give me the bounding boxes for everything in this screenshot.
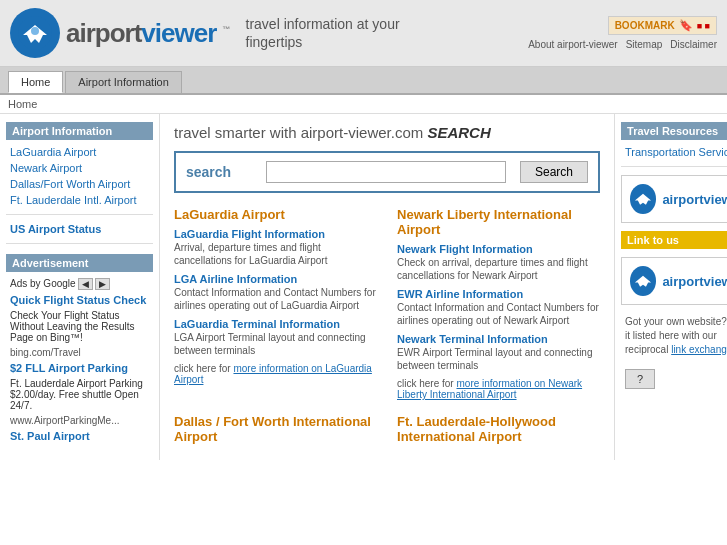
right-logo-icon: [630, 184, 656, 214]
link-exchange-button[interactable]: ?: [625, 369, 655, 389]
nav-links: About airport-viewer Sitemap Disclaimer: [528, 39, 717, 50]
tab-airport-info[interactable]: Airport Information: [65, 71, 181, 93]
airport-ftlaud: Ft. Lauderdale-Hollywood International A…: [397, 414, 600, 450]
google-text: Ads by Google: [10, 278, 76, 289]
bookmark-bar[interactable]: BOOKMARK 🔖 ■ ■: [608, 16, 717, 35]
newark-more-info: click here for more information on Newar…: [397, 378, 600, 400]
ad-fll-parking-url: www.AirportParkingMe...: [6, 413, 153, 428]
laguardia-terminal-info-link[interactable]: LaGuardia Terminal Information: [174, 318, 377, 330]
tab-home[interactable]: Home: [8, 71, 63, 93]
newark-flight-info-desc: Check on arrival, departure times and fl…: [397, 256, 600, 282]
tagline: travel information at your fingertips: [246, 15, 400, 51]
logo-icon: [10, 8, 60, 58]
google-arrows[interactable]: ◀ ▶: [78, 278, 110, 290]
ad-quick-flight-desc: Check Your Flight Status Without Leaving…: [6, 308, 153, 345]
airport-info-section-title: Airport Information: [6, 122, 153, 140]
newark-terminal-info-link[interactable]: Newark Terminal Information: [397, 333, 600, 345]
sitemap-link[interactable]: Sitemap: [626, 39, 663, 50]
ad-fll-parking-desc: Ft. Lauderdale Airport Parking $2.00/day…: [6, 376, 153, 413]
newark-flight-info-link[interactable]: Newark Flight Information: [397, 243, 600, 255]
newark-title: Newark Liberty International Airport: [397, 207, 600, 237]
header-right: BOOKMARK 🔖 ■ ■ About airport-viewer Site…: [528, 16, 717, 50]
about-link[interactable]: About airport-viewer: [528, 39, 617, 50]
laguardia-title: LaGuardia Airport: [174, 207, 377, 222]
sidebar-newark[interactable]: Newark Airport: [6, 160, 153, 176]
airport-dfw: Dallas / Fort Worth International Airpor…: [174, 414, 377, 450]
sidebar-laguardia[interactable]: LaGuardia Airport: [6, 144, 153, 160]
ftlaud-title: Ft. Lauderdale-Hollywood International A…: [397, 414, 600, 444]
transportation-services-link[interactable]: Transportation Services: [621, 144, 727, 160]
laguardia-flight-info-desc: Arrival, departure times and flight canc…: [174, 241, 377, 267]
right-separator-1: [621, 166, 727, 167]
search-input[interactable]: [266, 161, 506, 183]
laguardia-flight-info-link[interactable]: LaGuardia Flight Information: [174, 228, 377, 240]
ewr-airline-info-link[interactable]: EWR Airline Information: [397, 288, 600, 300]
sidebar-separator-1: [6, 214, 153, 215]
newark-terminal-info-desc: EWR Airport Terminal layout and connecti…: [397, 346, 600, 372]
header: airportviewer ™ travel information at yo…: [0, 0, 727, 67]
right-plane-icon: [632, 188, 654, 210]
disclaimer-link[interactable]: Disclaimer: [670, 39, 717, 50]
search-header: travel smarter with airport-viewer.com S…: [174, 124, 600, 141]
right-logo-text: airportviewer: [662, 192, 727, 207]
search-label: search: [186, 164, 256, 180]
logo-area: airportviewer ™ travel information at yo…: [10, 8, 400, 58]
link-us-widget: ?: [621, 367, 727, 391]
lga-airline-info-link[interactable]: LGA Airline Information: [174, 273, 377, 285]
ad-section: Advertisement Ads by Google ◀ ▶ Quick Fl…: [6, 254, 153, 442]
link-us-description: Got your own website? Get it listed here…: [621, 313, 727, 359]
main-content: travel smarter with airport-viewer.com S…: [160, 114, 614, 460]
main-layout: Airport Information LaGuardia Airport Ne…: [0, 114, 727, 460]
dfw-title: Dallas / Fort Worth International Airpor…: [174, 414, 377, 444]
ewr-airline-info-desc: Contact Information and Contact Numbers …: [397, 301, 600, 327]
link-us-plane-icon: [632, 270, 654, 292]
tabs: Home Airport Information: [0, 67, 727, 95]
ad-quick-flight-url: bing.com/Travel: [6, 345, 153, 360]
arrow-left[interactable]: ◀: [78, 278, 93, 290]
bookmark-label: BOOKMARK: [615, 20, 675, 31]
arrow-right[interactable]: ▶: [95, 278, 110, 290]
lga-airline-info-desc: Contact Information and Contact Numbers …: [174, 286, 377, 312]
sidebar-dfw[interactable]: Dallas/Fort Worth Airport: [6, 176, 153, 192]
plane-icon: [17, 15, 53, 51]
sidebar-us-status[interactable]: US Airport Status: [6, 221, 153, 237]
logo-text-area: airportviewer ™: [66, 18, 230, 49]
bookmark-icon: 🔖: [679, 19, 693, 32]
search-button[interactable]: Search: [520, 161, 588, 183]
ad-section-title: Advertisement: [6, 254, 153, 272]
laguardia-terminal-info-desc: LGA Airport Terminal layout and connecti…: [174, 331, 377, 357]
link-us-logo-text: airportviewer: [662, 274, 727, 289]
ad-quick-flight[interactable]: Quick Flight Status Check: [10, 294, 149, 306]
link-exchange-link[interactable]: link exchange.: [671, 344, 727, 355]
link-us-logo-icon: [630, 266, 656, 296]
ad-st-paul[interactable]: St. Paul Airport: [10, 430, 149, 442]
svg-point-1: [31, 27, 39, 35]
search-box: search Search: [174, 151, 600, 193]
logo-text: airportviewer ™: [66, 18, 230, 48]
airport-laguardia: LaGuardia Airport LaGuardia Flight Infor…: [174, 207, 377, 400]
link-to-us-title: Link to us: [621, 231, 727, 249]
right-sidebar: Travel Resources Transportation Services…: [614, 114, 727, 460]
travel-resources-title: Travel Resources: [621, 122, 727, 140]
breadcrumb: Home: [0, 95, 727, 114]
right-logo-box: airportviewer: [621, 175, 727, 223]
airport-newark: Newark Liberty International Airport New…: [397, 207, 600, 400]
sidebar-separator-2: [6, 243, 153, 244]
left-sidebar: Airport Information LaGuardia Airport Ne…: [0, 114, 160, 460]
laguardia-more-info: click here for more information on LaGua…: [174, 363, 377, 385]
airports-grid: LaGuardia Airport LaGuardia Flight Infor…: [174, 207, 600, 450]
ad-fll-parking[interactable]: $2 FLL Airport Parking: [10, 362, 149, 374]
bookmark-icons: ■ ■: [697, 21, 710, 31]
ad-google-label: Ads by Google ◀ ▶: [6, 276, 153, 292]
sidebar-ftlaud[interactable]: Ft. Lauderdale Intl. Airport: [6, 192, 153, 208]
link-us-logo-box: airportviewer: [621, 257, 727, 305]
